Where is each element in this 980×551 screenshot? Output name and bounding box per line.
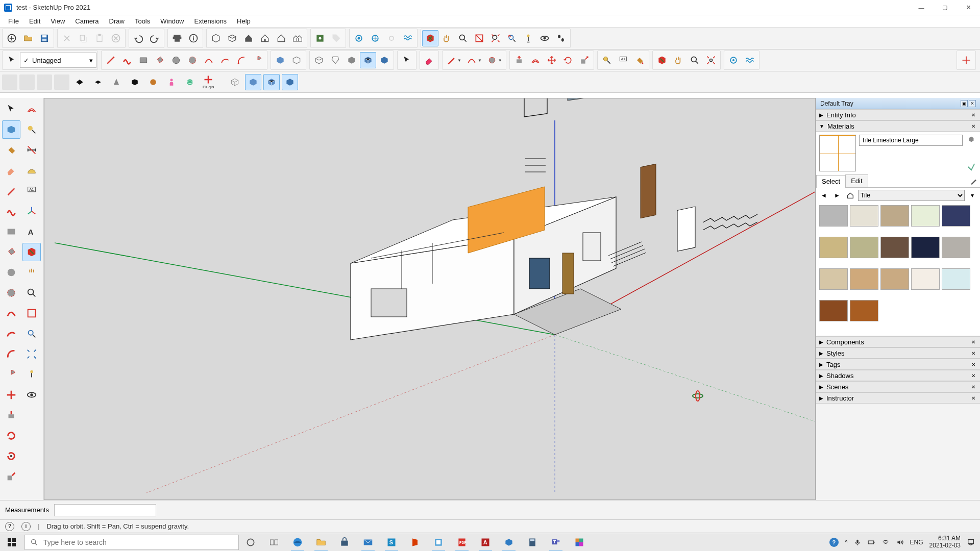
task-calculator[interactable] [521, 533, 544, 552]
menu-tools[interactable]: Tools [130, 16, 155, 26]
task-autocad[interactable]: A [474, 533, 497, 552]
geo-location-button[interactable] [312, 30, 328, 46]
panel-shadows[interactable]: ▶Shadows✕ [816, 370, 980, 381]
make-component-button[interactable] [208, 30, 224, 46]
task-explorer[interactable] [309, 533, 333, 552]
house-fill-icon[interactable] [240, 30, 257, 46]
lt-camera-pos[interactable] [22, 365, 41, 384]
circle-tool[interactable] [168, 52, 184, 68]
menu-window[interactable]: Window [155, 16, 189, 26]
print-button[interactable] [169, 30, 185, 46]
extension-gear-1[interactable] [351, 30, 367, 46]
lt-zoom-window[interactable] [22, 304, 41, 322]
tray-title[interactable]: Default Tray ▣ ✕ [816, 98, 980, 109]
solid-cube-icon[interactable] [272, 52, 288, 68]
swatch-4[interactable] [942, 205, 970, 227]
black-box-icon[interactable] [127, 74, 143, 90]
paste-button[interactable] [91, 30, 108, 46]
tab-edit[interactable]: Edit [845, 174, 868, 187]
status-help-icon[interactable]: ? [5, 522, 14, 531]
lt-protractor[interactable] [22, 161, 41, 180]
tray-language[interactable]: ENG [910, 539, 923, 546]
task-sketchup[interactable] [497, 533, 521, 552]
task-mail[interactable] [356, 533, 380, 552]
menu-edit[interactable]: Edit [24, 16, 45, 26]
plugin-button[interactable]: Plugin [200, 74, 216, 89]
iso-view-2[interactable] [327, 52, 344, 68]
lt-rect[interactable] [2, 222, 20, 241]
shape-dropdown[interactable]: ▼ [484, 52, 505, 68]
swatch-3[interactable] [911, 205, 940, 227]
zoom-extents-button[interactable] [487, 30, 504, 46]
previous-view-button[interactable] [504, 30, 520, 46]
iso-view-4[interactable] [360, 52, 376, 68]
lt-scale[interactable] [2, 467, 20, 486]
lt-zoom-prev[interactable] [22, 324, 41, 343]
extra-move-icon[interactable] [958, 52, 974, 68]
task-cortana[interactable] [239, 533, 262, 552]
close-icon[interactable]: ✕ [970, 111, 977, 118]
tray-battery-icon[interactable] [867, 539, 875, 546]
3d-viewport[interactable] [44, 98, 816, 500]
nav-fwd-button[interactable]: ► [831, 190, 843, 201]
pan-tool-2[interactable] [670, 52, 687, 68]
polygon-tool[interactable] [184, 52, 201, 68]
nav-back-button[interactable]: ◄ [818, 190, 829, 201]
lt-paint[interactable] [2, 141, 20, 159]
look-around-button[interactable] [536, 30, 553, 46]
panel-components[interactable]: ▶Components✕ [816, 336, 980, 347]
close-icon[interactable]: ✕ [970, 361, 977, 368]
new-file-button[interactable] [4, 30, 20, 46]
undo-button[interactable] [130, 30, 146, 46]
solid-black-diamond[interactable] [71, 74, 88, 90]
wireframe-cube-icon[interactable] [227, 74, 243, 90]
close-icon[interactable]: ✕ [970, 122, 977, 130]
warehouse-gear-icon[interactable] [725, 52, 742, 68]
iso-view-3[interactable] [344, 52, 360, 68]
cut-button[interactable] [59, 30, 75, 46]
shaded-cube-2[interactable] [263, 74, 280, 90]
lt-axes[interactable] [22, 202, 41, 220]
swatch-10[interactable] [819, 268, 848, 290]
lt-dimension[interactable] [22, 141, 41, 159]
arc-dropdown[interactable]: ▼ [464, 52, 484, 68]
tab-select[interactable]: Select [816, 175, 846, 188]
open-file-button[interactable] [20, 30, 36, 46]
swatch-15[interactable] [819, 300, 848, 321]
orbit-button[interactable] [422, 30, 438, 46]
task-snip[interactable] [427, 533, 450, 552]
menu-camera[interactable]: Camera [70, 16, 104, 26]
text-tool[interactable]: A1 [615, 52, 631, 68]
swatch-14[interactable] [942, 268, 970, 290]
scale-tool[interactable] [576, 52, 593, 68]
close-icon[interactable]: ✕ [970, 372, 977, 379]
swatch-5[interactable] [819, 237, 848, 258]
tape-measure-tool[interactable] [599, 52, 615, 68]
task-app-s[interactable]: S [380, 533, 403, 552]
tray-wifi-icon[interactable] [881, 539, 890, 546]
iso-view-5[interactable] [376, 52, 393, 68]
house-outline-icon[interactable] [257, 30, 273, 46]
cone-icon[interactable] [108, 74, 125, 90]
collection-menu-button[interactable]: ▾ [967, 190, 978, 201]
task-pdf[interactable]: PDF [450, 533, 474, 552]
swatch-11[interactable] [850, 268, 878, 290]
task-taskview[interactable] [262, 533, 286, 552]
window-maximize-button[interactable]: ▢ [933, 0, 957, 15]
in-model-button[interactable] [845, 190, 856, 201]
rectangle-tool[interactable] [135, 52, 152, 68]
move-tool[interactable] [544, 52, 560, 68]
warehouse-waves-icon[interactable] [742, 52, 758, 68]
task-photos[interactable] [568, 533, 591, 552]
person-icon[interactable] [163, 74, 180, 90]
swatch-13[interactable] [911, 268, 940, 290]
lt-text[interactable]: A1 [22, 182, 41, 200]
position-camera-button[interactable] [520, 30, 536, 46]
zoom-window-button[interactable] [471, 30, 487, 46]
taskbar-search[interactable]: Type here to search [24, 535, 239, 550]
arc3-tool[interactable] [233, 52, 250, 68]
swatch-6[interactable] [850, 237, 878, 258]
orbit-tool-2[interactable] [654, 52, 670, 68]
tray-volume-icon[interactable] [896, 539, 904, 546]
arc-tool[interactable] [201, 52, 217, 68]
